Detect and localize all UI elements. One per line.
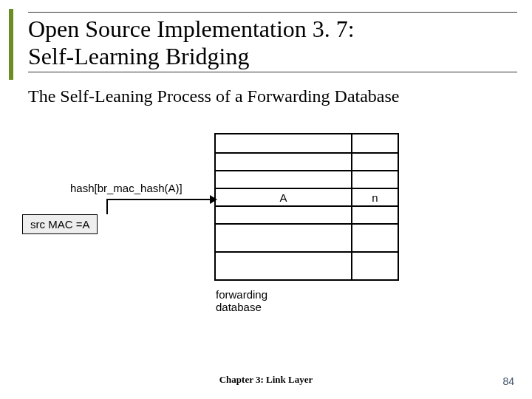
diagram-area: hash[br_mac_hash(A)] src MAC =A A n: [0, 126, 532, 347]
table-row: [216, 152, 398, 170]
slide-subtitle: The Self-Leaning Process of a Forwarding…: [28, 86, 400, 106]
cell-mac: [216, 207, 352, 223]
arrow-line: [106, 199, 214, 200]
page-number: 84: [502, 375, 514, 387]
table-row: [216, 134, 398, 152]
cell-port: [352, 225, 398, 241]
table-row: [216, 170, 398, 188]
cell-port: [352, 207, 398, 223]
cell-port: [352, 154, 398, 170]
cell-mac: [216, 253, 352, 262]
cell-port: [352, 241, 398, 251]
cell-port: n: [352, 189, 398, 205]
table-row: [216, 223, 398, 241]
forwarding-database-label: forwarding database: [216, 288, 267, 314]
cell-mac: [216, 262, 352, 279]
hash-function-label: hash[br_mac_hash(A)]: [70, 182, 183, 194]
arrow-tail: [106, 199, 108, 214]
table-row: [216, 241, 398, 251]
accent-bar: [9, 9, 13, 80]
cell-port: [352, 171, 398, 188]
slide-title: Open Source Implementation 3. 7: Self-Le…: [28, 12, 517, 72]
cell-mac: [216, 134, 352, 152]
cell-mac: [216, 154, 352, 170]
chapter-footer: Chapter 3: Link Layer: [0, 374, 532, 386]
cell-mac: A: [216, 189, 352, 205]
title-line-2: Self-Learning Bridging: [28, 43, 517, 70]
cell-mac: [216, 225, 352, 241]
cell-port: [352, 134, 398, 152]
cell-mac: [216, 171, 352, 188]
cell-port: [352, 253, 398, 262]
fdb-label-line1: forwarding: [216, 288, 267, 301]
cell-port: [352, 262, 398, 279]
table-row: [216, 262, 398, 279]
table-row: [216, 205, 398, 223]
table-row-entry: A n: [216, 188, 398, 205]
title-line-1: Open Source Implementation 3. 7:: [28, 16, 517, 43]
forwarding-table: A n: [214, 133, 399, 281]
src-mac-box: src MAC =A: [22, 214, 98, 234]
table-row: [216, 251, 398, 262]
cell-mac: [216, 241, 352, 251]
fdb-label-line2: database: [216, 301, 267, 313]
